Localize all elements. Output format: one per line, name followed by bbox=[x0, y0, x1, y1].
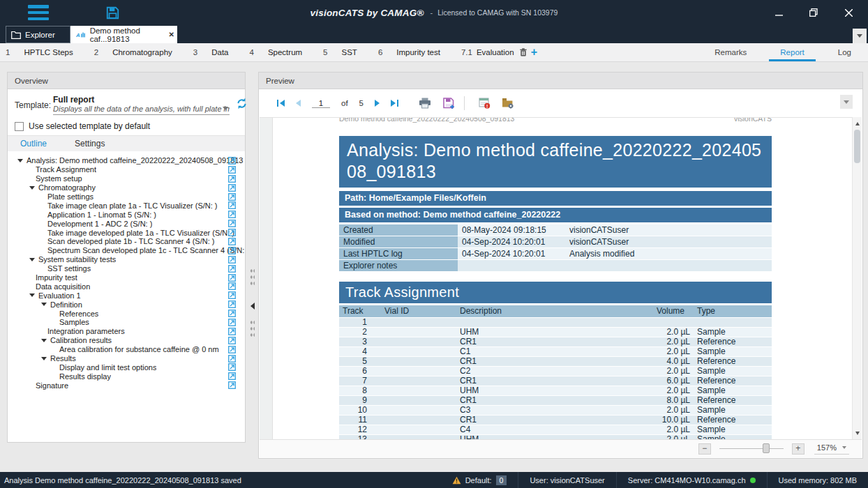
step-tab-evaluation[interactable]: 7.1Evaluation bbox=[461, 48, 527, 56]
outline-item[interactable]: Results bbox=[8, 354, 245, 363]
outline-item[interactable]: Results display bbox=[8, 372, 245, 381]
last-page-button[interactable] bbox=[386, 95, 403, 112]
expander-icon[interactable] bbox=[29, 293, 35, 297]
outline-item[interactable]: Take image developed plate 1a - TLC Visu… bbox=[8, 228, 245, 237]
tab-report[interactable]: Report bbox=[763, 43, 821, 61]
minimize-button[interactable] bbox=[772, 6, 786, 20]
goto-report-section-icon[interactable] bbox=[228, 300, 236, 308]
zoom-in-button[interactable]: + bbox=[792, 443, 805, 455]
preview-scrollbar[interactable] bbox=[852, 117, 862, 439]
goto-report-section-icon[interactable] bbox=[228, 184, 236, 192]
goto-report-section-icon[interactable] bbox=[228, 319, 236, 326]
outline-item[interactable]: Data acquisition bbox=[8, 282, 245, 291]
outline-item[interactable]: System suitability tests bbox=[8, 255, 245, 264]
goto-report-section-icon[interactable] bbox=[228, 157, 236, 165]
zoom-out-button[interactable]: − bbox=[698, 443, 711, 455]
close-button[interactable] bbox=[841, 6, 855, 20]
goto-report-section-icon[interactable] bbox=[228, 372, 236, 380]
outline-item[interactable]: Scan developed plate 1b - TLC Scanner 4 … bbox=[8, 237, 245, 246]
goto-report-section-icon[interactable] bbox=[228, 201, 236, 209]
outline-item[interactable]: Signature bbox=[8, 381, 245, 390]
refresh-template-button[interactable] bbox=[236, 98, 248, 112]
step-tab-sst[interactable]: 5SST bbox=[323, 48, 357, 56]
outline-item[interactable]: System setup bbox=[8, 174, 245, 183]
outline-item[interactable]: Impurity test bbox=[8, 273, 245, 282]
zoom-slider-thumb[interactable] bbox=[763, 443, 770, 453]
goto-report-section-icon[interactable] bbox=[228, 211, 236, 218]
first-page-button[interactable] bbox=[273, 95, 290, 112]
scroll-down-button[interactable] bbox=[853, 428, 862, 438]
tab-remarks[interactable]: Remarks bbox=[698, 43, 763, 61]
close-tab-icon[interactable]: ✕ bbox=[166, 29, 177, 40]
previous-page-button[interactable] bbox=[290, 95, 306, 112]
tab-explorer[interactable]: Explorer bbox=[6, 26, 70, 43]
goto-report-section-icon[interactable] bbox=[228, 337, 236, 344]
goto-report-section-icon[interactable] bbox=[228, 274, 236, 282]
open-export-folder-button[interactable] bbox=[498, 94, 518, 112]
outline-item[interactable]: Analysis: Demo method caffeine_20220222_… bbox=[8, 156, 245, 165]
save-button[interactable] bbox=[106, 6, 119, 20]
outline-item[interactable]: Take image clean plate 1a - TLC Visualiz… bbox=[8, 201, 245, 210]
page-number-input[interactable] bbox=[312, 99, 330, 108]
splitter-handle[interactable] bbox=[250, 268, 255, 286]
outline-item[interactable]: Area calibration for substance caffeine … bbox=[8, 345, 245, 354]
goto-report-section-icon[interactable] bbox=[228, 220, 236, 227]
outline-item[interactable]: Track Assignment bbox=[8, 165, 245, 174]
goto-report-section-icon[interactable] bbox=[228, 328, 236, 335]
main-menu-button[interactable] bbox=[28, 5, 49, 20]
tab-log[interactable]: Log bbox=[821, 43, 868, 61]
step-tab-impurity-test[interactable]: 6Impurity test bbox=[378, 48, 440, 56]
expander-icon[interactable] bbox=[29, 258, 35, 261]
step-tab-chromatography[interactable]: 2Chromatography bbox=[94, 48, 172, 56]
print-button[interactable] bbox=[415, 94, 435, 112]
step-tab-hptlc-steps[interactable]: 1HPTLC Steps bbox=[6, 48, 73, 56]
report-preview-viewport[interactable]: Demo method caffeine_20220222_20240508_0… bbox=[260, 117, 862, 439]
outline-item[interactable]: Integration parameters bbox=[8, 327, 245, 336]
export-save-button[interactable] bbox=[439, 94, 458, 112]
expander-icon[interactable] bbox=[29, 186, 35, 190]
goto-report-section-icon[interactable] bbox=[228, 346, 236, 353]
step-tab-data[interactable]: 3Data bbox=[193, 48, 229, 56]
goto-report-section-icon[interactable] bbox=[228, 256, 236, 264]
toolbar-overflow-button[interactable] bbox=[840, 95, 853, 109]
template-dropdown[interactable]: Full report Displays all the data of the… bbox=[53, 95, 230, 115]
zoom-level-dropdown[interactable]: 157% bbox=[814, 443, 849, 455]
goto-report-section-icon[interactable] bbox=[228, 291, 236, 299]
goto-report-section-icon[interactable] bbox=[228, 175, 236, 183]
expander-icon[interactable] bbox=[41, 357, 47, 360]
restore-button[interactable] bbox=[807, 6, 821, 20]
report-error-button[interactable]: ! bbox=[474, 94, 494, 112]
goto-report-section-icon[interactable] bbox=[228, 238, 236, 245]
goto-report-section-icon[interactable] bbox=[228, 310, 236, 317]
tab-settings[interactable]: Settings bbox=[75, 139, 105, 148]
outline-item[interactable]: Samples bbox=[8, 318, 245, 327]
scrollbar-thumb[interactable] bbox=[854, 130, 860, 163]
outline-item[interactable]: Application 1 - Linomat 5 (S/N: ) bbox=[8, 210, 245, 219]
zoom-slider[interactable] bbox=[719, 448, 784, 449]
collapse-panel-arrow[interactable] bbox=[250, 303, 255, 310]
splitter-handle[interactable] bbox=[250, 319, 255, 337]
outline-item[interactable]: Display and limit test options bbox=[8, 363, 245, 372]
expander-icon[interactable] bbox=[41, 339, 47, 342]
goto-report-section-icon[interactable] bbox=[228, 166, 236, 174]
goto-report-section-icon[interactable] bbox=[228, 193, 236, 201]
scroll-up-button[interactable] bbox=[853, 119, 862, 128]
use-template-default-checkbox[interactable] bbox=[15, 122, 24, 131]
goto-report-section-icon[interactable] bbox=[228, 355, 236, 363]
outline-item[interactable]: SST settings bbox=[8, 264, 245, 273]
outline-item[interactable]: Calibration results bbox=[8, 336, 245, 345]
next-page-button[interactable] bbox=[369, 95, 386, 112]
outline-item[interactable]: Chromatography bbox=[8, 183, 245, 192]
status-default[interactable]: Default: 0 bbox=[441, 472, 518, 488]
tab-outline[interactable]: Outline bbox=[20, 139, 47, 148]
tab-document-active[interactable]: A Demo method caf...91813 ✕ bbox=[70, 26, 177, 43]
step-tab-spectrum[interactable]: 4Spectrum bbox=[249, 48, 302, 56]
outline-item[interactable]: Evaluation 1 bbox=[8, 291, 245, 300]
expander-icon[interactable] bbox=[17, 159, 23, 162]
goto-report-section-icon[interactable] bbox=[228, 265, 236, 273]
outline-item[interactable]: Definition bbox=[8, 300, 245, 309]
outline-item[interactable]: Spectrum Scan developed plate 1c - TLC S… bbox=[8, 246, 245, 255]
goto-report-section-icon[interactable] bbox=[228, 381, 236, 389]
outline-item[interactable]: Plate settings bbox=[8, 192, 245, 201]
goto-report-section-icon[interactable] bbox=[228, 229, 236, 236]
